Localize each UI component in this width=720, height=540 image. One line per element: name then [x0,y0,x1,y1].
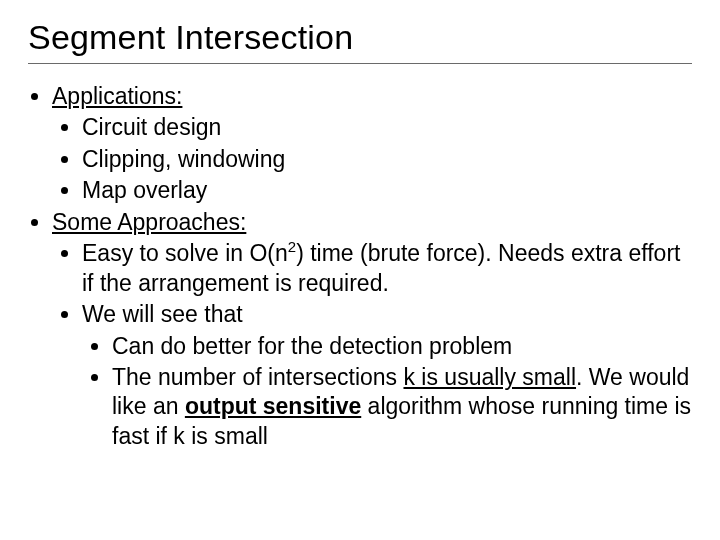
text-segment: We will see that [82,301,243,327]
superscript: 2 [288,239,296,256]
list-item: We will see that Can do better for the d… [82,300,692,451]
slide-title: Segment Intersection [28,18,692,57]
bold-underlined-text: output sensitive [185,393,361,419]
applications-heading: Applications: [52,83,182,109]
underlined-text: k [403,364,415,390]
list-item: Map overlay [82,176,692,205]
text-segment: Easy to solve in O(n [82,240,288,266]
approaches-heading: Some Approaches: [52,209,246,235]
slide: Segment Intersection Applications: Circu… [0,0,720,540]
list-item: The number of intersections k is usually… [112,363,692,451]
text-segment: The number of intersections [112,364,403,390]
list-item: Applications: Circuit design Clipping, w… [52,82,692,206]
bullet-list: Applications: Circuit design Clipping, w… [28,82,692,451]
list-item: Circuit design [82,113,692,142]
title-underline [28,63,692,64]
underlined-text: is usually small [415,364,576,390]
list-item: Can do better for the detection problem [112,332,692,361]
list-item: Easy to solve in O(n2) time (brute force… [82,239,692,298]
list-item: Clipping, windowing [82,145,692,174]
list-item: Some Approaches: Easy to solve in O(n2) … [52,208,692,452]
